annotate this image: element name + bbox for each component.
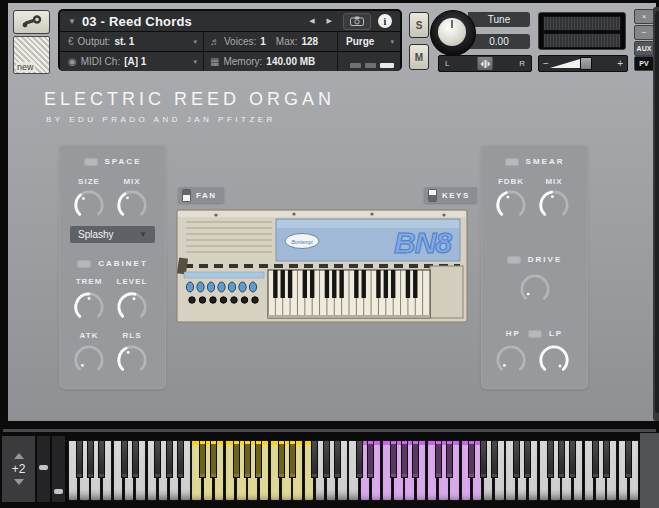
black-key[interactable] (558, 440, 565, 478)
hp-knob[interactable] (494, 343, 528, 377)
black-key[interactable] (569, 440, 576, 478)
output-caret-icon[interactable] (193, 38, 197, 46)
drive-knob[interactable] (518, 272, 552, 306)
cabinet-toggle[interactable] (77, 260, 91, 268)
black-key[interactable] (255, 440, 262, 478)
black-key[interactable] (166, 440, 173, 478)
snapshot-camera-button[interactable] (343, 13, 371, 30)
black-key[interactable] (367, 440, 374, 478)
black-key[interactable] (446, 440, 453, 478)
black-key[interactable] (121, 440, 128, 478)
black-key[interactable] (435, 440, 442, 478)
space-preset-dropdown[interactable]: Splashy (70, 226, 155, 243)
black-key[interactable] (468, 440, 475, 478)
pan-handle[interactable] (478, 57, 493, 70)
rack-scrollbar[interactable] (653, 7, 659, 421)
lp-knob[interactable] (537, 343, 571, 377)
purge-caret-icon[interactable] (390, 38, 394, 46)
fan-button[interactable]: FAN (178, 187, 224, 203)
drive-toggle[interactable] (507, 256, 521, 264)
edit-wrench-button[interactable] (13, 10, 50, 34)
black-key[interactable] (210, 440, 217, 478)
volume-plus[interactable]: + (617, 58, 623, 69)
pan-slider[interactable]: L R (438, 55, 532, 72)
midi-caret-icon[interactable] (193, 58, 197, 66)
kontakt-window: new 03 - Reed Chords i (0, 0, 659, 508)
black-key[interactable] (412, 440, 419, 478)
filter-toggle[interactable] (528, 330, 542, 338)
black-key[interactable] (334, 440, 341, 478)
close-button[interactable]: × (634, 9, 654, 24)
black-key[interactable] (323, 440, 330, 478)
output-value[interactable]: st. 1 (114, 36, 134, 47)
atk-knob[interactable] (72, 343, 106, 377)
black-key[interactable] (480, 440, 487, 478)
black-key[interactable] (547, 440, 554, 478)
octave-down-icon[interactable] (14, 479, 24, 485)
rack-scrollbar-thumb[interactable] (655, 11, 659, 413)
octave-up-icon[interactable] (14, 453, 24, 459)
black-key[interactable] (76, 440, 83, 478)
black-key[interactable] (603, 440, 610, 478)
volume-wedge (550, 59, 580, 68)
black-key[interactable] (311, 440, 318, 478)
scroll-handle-2[interactable] (54, 489, 63, 494)
tune-value: 0.00 (489, 36, 508, 47)
black-key[interactable] (524, 440, 531, 478)
max-label: Max: (276, 36, 298, 47)
smear-section-header: SMEAR (481, 157, 588, 166)
black-key[interactable] (87, 440, 94, 478)
volume-slider[interactable]: − + (538, 55, 628, 72)
max-value[interactable]: 128 (301, 36, 318, 47)
black-key[interactable] (401, 440, 408, 478)
black-key[interactable] (154, 440, 161, 478)
instrument-menu-caret-icon[interactable] (68, 17, 76, 26)
fdbk-knob[interactable] (494, 188, 528, 222)
black-key[interactable] (592, 440, 599, 478)
smear-mix-knob[interactable] (537, 188, 571, 222)
space-mix-knob[interactable] (115, 188, 149, 222)
new-button-label: new (16, 62, 35, 72)
black-key[interactable] (233, 440, 240, 478)
rls-knob[interactable] (115, 343, 149, 377)
mute-button[interactable]: M (409, 44, 429, 70)
next-instrument-icon[interactable] (321, 17, 338, 25)
size-knob[interactable] (72, 188, 106, 222)
midi-channel-value[interactable]: [A] 1 (124, 56, 146, 67)
black-key[interactable] (289, 440, 296, 478)
volume-handle[interactable] (580, 57, 592, 70)
black-key[interactable] (199, 440, 206, 478)
black-key[interactable] (356, 440, 363, 478)
black-key[interactable] (491, 440, 498, 478)
scroll-handle-1[interactable] (39, 465, 48, 470)
black-key[interactable] (390, 440, 397, 478)
tune-value-box[interactable]: 0.00 (468, 34, 530, 49)
keys-button[interactable]: KEYS (424, 187, 477, 203)
voices-notes-icon: ♬ (210, 36, 220, 47)
solo-button[interactable]: S (409, 12, 429, 38)
space-toggle[interactable] (84, 158, 98, 166)
level-label: LEVEL (110, 277, 154, 286)
trem-knob[interactable] (72, 290, 106, 324)
prev-instrument-icon[interactable] (303, 17, 320, 25)
pv-button[interactable]: PV (634, 56, 654, 71)
black-key[interactable] (244, 440, 251, 478)
smear-toggle[interactable] (505, 158, 519, 166)
keyboard-scroll-strip-2[interactable] (52, 436, 65, 502)
new-instrument-button[interactable]: new (13, 36, 50, 74)
black-key[interactable] (278, 440, 285, 478)
black-key[interactable] (132, 440, 139, 478)
black-key[interactable] (625, 440, 632, 478)
black-key[interactable] (513, 440, 520, 478)
tune-knob[interactable] (430, 10, 476, 56)
aux-button[interactable]: AUX (634, 41, 654, 56)
black-key[interactable] (98, 440, 105, 478)
volume-minus[interactable]: − (543, 58, 549, 69)
instrument-title[interactable]: 03 - Reed Chords (82, 14, 192, 29)
level-knob[interactable] (115, 290, 149, 324)
info-icon[interactable]: i (378, 14, 392, 28)
purge-button[interactable]: Purge (346, 36, 374, 47)
black-key[interactable] (177, 440, 184, 478)
minimize-button[interactable]: − (634, 25, 654, 40)
keyboard-scroll-strip-1[interactable] (37, 436, 50, 502)
